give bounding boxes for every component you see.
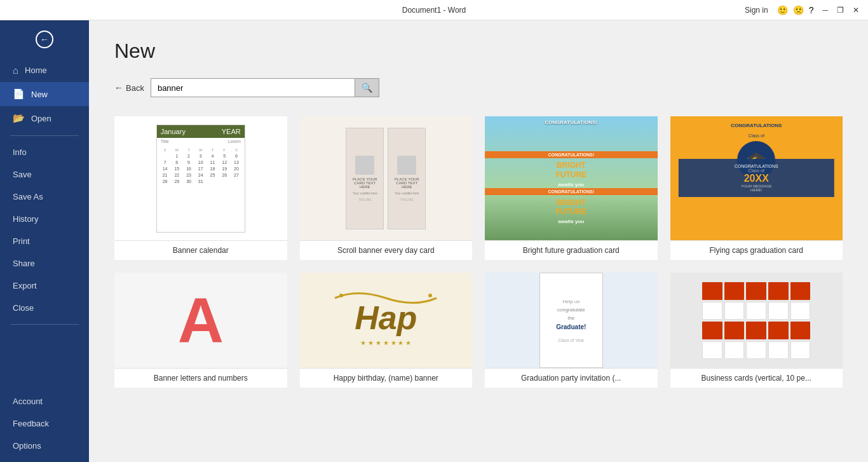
search-bar: ← Back 🔍 <box>114 78 843 97</box>
info-label: Info <box>13 147 27 157</box>
close-button[interactable]: ✕ <box>849 4 863 16</box>
back-circle-icon: ← <box>36 31 53 48</box>
template-bright-future[interactable]: CONGRATULATIONS! CONGRATULATIONS! BRIGHT… <box>485 116 658 260</box>
close-menu-label: Close <box>13 303 34 313</box>
sidebar-item-feedback[interactable]: Feedback <box>0 412 89 435</box>
template-thumb-banner-letters: A <box>114 273 287 368</box>
sidebar-item-save-as[interactable]: Save As <box>0 186 89 208</box>
new-doc-icon: 📄 <box>13 88 25 100</box>
search-input[interactable] <box>151 79 355 97</box>
template-graduation-invite[interactable]: Help us congratulate the Graduate! Class… <box>485 273 658 388</box>
sidebar-nav: ⌂ Home 📄 New 📂 Open Info Save Save As <box>0 58 89 390</box>
page-title: New <box>114 39 843 63</box>
print-label: Print <box>13 236 30 246</box>
template-flying-caps[interactable]: CONGRATULATIONS Class of 🎓 CONGRATULATIO… <box>670 116 843 260</box>
template-label-banner-letters: Banner letters and numbers <box>114 368 287 388</box>
home-icon: ⌂ <box>13 65 18 76</box>
template-thumb-happy-birthday: Hap ★ ★ ★ ★ ★ ★ ★ <box>300 273 473 368</box>
help-icon[interactable]: ? <box>809 5 814 15</box>
folder-icon: 📂 <box>13 112 25 124</box>
sidebar-divider-1 <box>10 135 79 136</box>
feedback-label: Feedback <box>13 419 49 428</box>
template-happy-birthday[interactable]: Hap ★ ★ ★ ★ ★ ★ ★ Happy birthday, (name)… <box>300 273 473 388</box>
sidebar-item-home-label: Home <box>25 65 47 75</box>
template-label-banner-calendar: Banner calendar <box>114 240 287 260</box>
template-business-cards[interactable]: Business cards (vertical, 10 pe... <box>670 273 843 388</box>
template-banner-letters[interactable]: A Banner letters and numbers <box>114 273 287 388</box>
sidebar-item-new[interactable]: 📄 New <box>0 82 89 106</box>
template-label-bright-future: Bright future graduation card <box>485 240 658 260</box>
sidebar-back-button[interactable]: ← <box>0 20 89 58</box>
sidebar-item-open-label: Open <box>31 114 51 123</box>
sidebar-item-new-label: New <box>31 90 48 99</box>
share-label: Share <box>13 259 35 268</box>
sidebar-item-options[interactable]: Options <box>0 435 89 457</box>
template-label-graduation-invite: Graduation party invitation (... <box>485 368 658 388</box>
sidebar-item-account[interactable]: Account <box>0 390 89 412</box>
template-scroll-banner[interactable]: PLACE YOURCARD TEXTHERE Your subtitle he… <box>300 116 473 260</box>
template-thumb-business-cards <box>670 273 843 368</box>
back-link-label: Back <box>126 83 144 93</box>
back-link[interactable]: ← Back <box>114 83 144 93</box>
svg-point-0 <box>339 294 343 297</box>
save-label: Save <box>13 170 32 179</box>
sidebar-item-open[interactable]: 📂 Open <box>0 106 89 130</box>
export-label: Export <box>13 281 37 290</box>
template-label-scroll-banner: Scroll banner every day card <box>300 240 473 260</box>
sidebar-item-export[interactable]: Export <box>0 275 89 297</box>
history-label: History <box>13 214 38 224</box>
sidebar-item-close[interactable]: Close <box>0 297 89 319</box>
title-bar: Document1 - Word Sign in 🙂 🙁 ? ─ ❐ ✕ <box>0 0 868 20</box>
sidebar-item-print[interactable]: Print <box>0 230 89 252</box>
restore-button[interactable]: ❐ <box>833 4 848 16</box>
sidebar-item-share[interactable]: Share <box>0 252 89 275</box>
app-body: ← ⌂ Home 📄 New 📂 Open Info Save <box>0 20 868 462</box>
account-label: Account <box>13 397 43 406</box>
back-arrow-icon: ← <box>114 83 123 93</box>
sidebar-item-save[interactable]: Save <box>0 163 89 186</box>
search-input-wrapper: 🔍 <box>151 78 379 97</box>
sidebar-bottom: Account Feedback Options <box>0 390 89 462</box>
sidebar-divider-2 <box>10 324 79 325</box>
options-label: Options <box>13 441 41 451</box>
sad-icon[interactable]: 🙁 <box>793 5 804 15</box>
sign-in-button[interactable]: Sign in <box>741 4 772 16</box>
letter-a-display: A <box>178 289 224 352</box>
sidebar-item-home[interactable]: ⌂ Home <box>0 58 89 82</box>
template-grid: January YEAR TitleLorem S M T W T F <box>114 116 843 388</box>
template-thumb-bright-future: CONGRATULATIONS! CONGRATULATIONS! BRIGHT… <box>485 116 658 240</box>
search-button[interactable]: 🔍 <box>355 79 379 97</box>
sidebar: ← ⌂ Home 📄 New 📂 Open Info Save <box>0 20 89 462</box>
sidebar-item-info[interactable]: Info <box>0 141 89 163</box>
template-thumb-graduation-invite: Help us congratulate the Graduate! Class… <box>485 273 658 368</box>
template-label-happy-birthday: Happy birthday, (name) banner <box>300 368 473 388</box>
svg-point-1 <box>428 294 432 297</box>
main-content: New ← Back 🔍 January YEAR <box>89 20 868 462</box>
template-thumb-scroll: PLACE YOURCARD TEXTHERE Your subtitle he… <box>300 116 473 240</box>
save-as-label: Save As <box>13 192 43 201</box>
window-title: Document1 - Word <box>402 6 466 15</box>
smiley-icon[interactable]: 🙂 <box>777 5 788 15</box>
minimize-button[interactable]: ─ <box>818 4 832 16</box>
template-label-flying-caps: Flying caps graduation card <box>670 240 843 260</box>
template-thumb-flying-caps: CONGRATULATIONS Class of 🎓 CONGRATULATIO… <box>670 116 843 240</box>
sidebar-item-history[interactable]: History <box>0 208 89 230</box>
template-thumb-calendar: January YEAR TitleLorem S M T W T F <box>114 116 287 240</box>
template-banner-calendar[interactable]: January YEAR TitleLorem S M T W T F <box>114 116 287 260</box>
template-label-business-cards: Business cards (vertical, 10 pe... <box>670 368 843 388</box>
